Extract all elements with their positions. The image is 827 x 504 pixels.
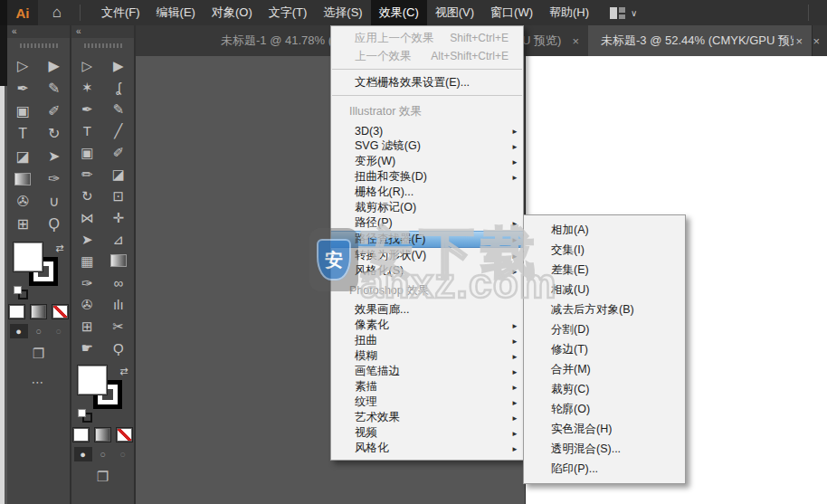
menubar-view[interactable]: 视图(V) bbox=[427, 0, 482, 25]
group-selection-tool-icon[interactable]: ➤ bbox=[40, 145, 69, 167]
submenu-item-crop[interactable]: 裁剪(C) bbox=[524, 379, 685, 399]
submenu-item-hard-mix[interactable]: 实色混合(H) bbox=[524, 419, 685, 439]
swap-fill-stroke-icon[interactable]: ⇄ bbox=[119, 366, 128, 377]
menu-item-pathfinder[interactable]: 路径查找器(F)► bbox=[331, 231, 523, 248]
menubar-edit[interactable]: 编辑(E) bbox=[148, 0, 204, 25]
panel-grip[interactable] bbox=[71, 38, 134, 52]
rectangle-tool-icon[interactable]: ▣ bbox=[72, 141, 101, 163]
menu-item-rasterize[interactable]: 栅格化(R)... bbox=[331, 185, 523, 200]
menu-item-svg-filters[interactable]: SVG 滤镜(G)► bbox=[331, 138, 523, 154]
rotate-tool-icon[interactable]: ↻ bbox=[40, 122, 69, 145]
submenu-item-minus-back[interactable]: 减去后方对象(B) bbox=[524, 300, 685, 319]
menu-item-texture[interactable]: 纹理► bbox=[331, 395, 523, 410]
direct-selection-tool-icon[interactable]: ▷ bbox=[72, 54, 101, 76]
eraser-tool-icon[interactable]: ◪ bbox=[8, 145, 37, 167]
fill-swatch[interactable] bbox=[78, 366, 107, 395]
submenu-item-merge[interactable]: 合并(M) bbox=[524, 359, 685, 379]
puppet-warp-tool-icon[interactable]: ✛ bbox=[104, 206, 133, 228]
menu-item-brush-strokes[interactable]: 画笔描边► bbox=[331, 364, 523, 379]
fill-swatch[interactable] bbox=[14, 242, 43, 271]
workspace-switcher[interactable]: ∨ bbox=[610, 7, 637, 19]
change-screen-mode-button[interactable]: ❐ bbox=[71, 469, 134, 485]
draw-inside-button[interactable]: ○ bbox=[50, 324, 68, 338]
lasso-tool-icon[interactable]: ʆ bbox=[104, 76, 133, 98]
column-graph-tool-icon[interactable]: ılı bbox=[104, 293, 133, 315]
curvature-tool-icon[interactable]: ✎ bbox=[40, 77, 69, 100]
paintbrush-tool-icon[interactable]: ✐ bbox=[104, 141, 133, 163]
rectangle-tool-icon[interactable]: ▣ bbox=[8, 100, 37, 122]
draw-behind-button[interactable]: ○ bbox=[30, 324, 48, 338]
menu-item-blur[interactable]: 模糊► bbox=[331, 348, 523, 364]
gradient-button[interactable] bbox=[94, 427, 111, 442]
tabbar-close-icon[interactable]: × bbox=[809, 25, 823, 56]
submenu-item-trim[interactable]: 修边(T) bbox=[524, 339, 685, 359]
menu-item-document-raster-effect-settings[interactable]: 文档栅格效果设置(E)... bbox=[331, 73, 523, 91]
artboard-tool-icon[interactable]: ⊞ bbox=[8, 213, 37, 235]
submenu-item-add[interactable]: 相加(A) bbox=[524, 220, 685, 240]
line-segment-tool-icon[interactable]: ╱ bbox=[104, 119, 133, 141]
submenu-item-intersect[interactable]: 交集(I) bbox=[524, 240, 685, 260]
touch-type-tool-icon[interactable]: ➤ bbox=[72, 228, 101, 250]
submenu-item-trap[interactable]: 陷印(P)... bbox=[524, 459, 685, 479]
draw-normal-button[interactable]: ● bbox=[10, 324, 28, 338]
menu-item-artistic[interactable]: 艺术效果► bbox=[331, 410, 523, 425]
menu-item-3d[interactable]: 3D(3)► bbox=[331, 123, 523, 138]
type-tool-icon[interactable]: T bbox=[72, 119, 101, 141]
menubar-help[interactable]: 帮助(H) bbox=[541, 0, 597, 25]
draw-normal-button[interactable]: ● bbox=[74, 447, 92, 461]
gradient-tool-icon[interactable] bbox=[8, 167, 37, 190]
menu-item-video[interactable]: 视频► bbox=[331, 425, 523, 441]
menu-item-distort[interactable]: 扭曲► bbox=[331, 333, 523, 348]
menu-item-stylize[interactable]: 风格化(S)► bbox=[331, 263, 523, 279]
eyedropper-tool-icon[interactable]: ✑ bbox=[72, 271, 101, 293]
document-tab-untitled-3[interactable]: 未标题-3 @ 52.44% (CMYK/GPU 预览) × bbox=[588, 25, 813, 56]
menu-item-distort-and-transform[interactable]: 扭曲和变换(D)► bbox=[331, 169, 523, 185]
menubar-type[interactable]: 文字(T) bbox=[261, 0, 316, 25]
draw-behind-button[interactable]: ○ bbox=[94, 447, 112, 461]
rotate-tool-icon[interactable]: ↻ bbox=[72, 185, 101, 206]
collapse-panel-icon[interactable]: « bbox=[12, 26, 16, 36]
menu-item-warp[interactable]: 变形(W)► bbox=[331, 154, 523, 169]
menubar-file[interactable]: 文件(F) bbox=[93, 0, 148, 25]
hand-tool-icon[interactable]: ☛ bbox=[72, 337, 101, 358]
edit-toolbar-button[interactable]: ⋯ bbox=[7, 375, 70, 389]
symbol-sprayer-tool-icon[interactable]: ✇ bbox=[72, 293, 101, 315]
menu-item-stylize-ps[interactable]: 风格化► bbox=[331, 441, 523, 456]
tab-close-icon[interactable]: × bbox=[570, 34, 588, 48]
mesh-tool-icon[interactable]: ▦ bbox=[72, 250, 101, 271]
selection-tool-icon[interactable]: ▶ bbox=[40, 54, 69, 77]
submenu-item-subtract[interactable]: 相减(U) bbox=[524, 280, 685, 300]
none-button[interactable] bbox=[116, 427, 133, 442]
gradient-tool-icon[interactable] bbox=[104, 250, 133, 271]
eyedropper-tool-icon[interactable]: ✑ bbox=[40, 167, 69, 190]
symbol-sprayer-tool-icon[interactable]: ✇ bbox=[8, 190, 37, 213]
default-fill-stroke-icon[interactable] bbox=[78, 409, 92, 422]
menu-item-pixelate[interactable]: 像素化► bbox=[331, 318, 523, 333]
slice-tool-icon[interactable]: ✂ bbox=[104, 315, 133, 337]
pen-tool-icon[interactable]: ✒ bbox=[8, 77, 37, 100]
paintbrush-tool-icon[interactable]: ✐ bbox=[40, 100, 69, 122]
menubar-select[interactable]: 选择(S) bbox=[315, 0, 370, 25]
pencil-tool-icon[interactable]: ✏ bbox=[72, 163, 101, 185]
scale-tool-icon[interactable]: ⊡ bbox=[104, 185, 133, 206]
submenu-item-soft-mix[interactable]: 透明混合(S)... bbox=[524, 439, 685, 459]
zoom-tool-icon[interactable]: Ϙ bbox=[40, 213, 69, 235]
menu-item-path[interactable]: 路径(P)► bbox=[331, 215, 523, 231]
curvature-tool-icon[interactable]: ✎ bbox=[104, 98, 133, 119]
home-icon[interactable]: ⌂ bbox=[47, 4, 67, 22]
shape-builder-tool-icon[interactable]: ∪ bbox=[40, 190, 69, 213]
perspective-grid-tool-icon[interactable]: ⊿ bbox=[104, 228, 133, 250]
selection-tool-icon[interactable]: ▶ bbox=[104, 54, 133, 76]
direct-selection-tool-icon[interactable]: ▷ bbox=[8, 54, 37, 77]
default-fill-stroke-icon[interactable] bbox=[14, 286, 28, 299]
type-tool-icon[interactable]: T bbox=[8, 122, 37, 145]
eraser-tool-icon[interactable]: ◪ bbox=[104, 163, 133, 185]
menubar-object[interactable]: 对象(O) bbox=[204, 0, 261, 25]
draw-inside-button[interactable]: ○ bbox=[114, 447, 132, 461]
none-button[interactable] bbox=[52, 304, 69, 319]
color-button[interactable] bbox=[8, 304, 25, 319]
width-tool-icon[interactable]: ⋈ bbox=[72, 206, 101, 228]
collapse-panel-icon[interactable]: « bbox=[76, 26, 81, 36]
pen-tool-icon[interactable]: ✒ bbox=[72, 98, 101, 119]
swap-fill-stroke-icon[interactable]: ⇄ bbox=[55, 242, 63, 254]
